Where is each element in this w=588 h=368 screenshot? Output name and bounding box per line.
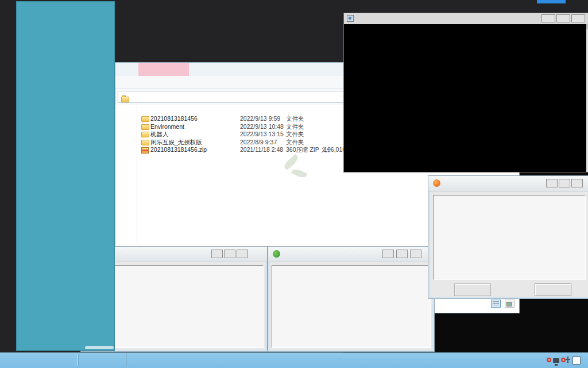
taskbar-separator	[78, 354, 78, 366]
maximize-button[interactable]	[396, 250, 408, 258]
file-date-modified: 2021/11/18 2:48	[240, 146, 285, 154]
muted-badge: ✕	[561, 358, 566, 362]
console-window-controls	[541, 14, 585, 22]
file-name: 机器人	[150, 131, 238, 139]
console-titlebar[interactable]	[344, 13, 588, 24]
file-date-modified: 2022/9/13 10:48	[240, 123, 285, 131]
console-output	[347, 28, 584, 170]
close-button[interactable]	[410, 250, 421, 258]
desktop: 20210813181456 2022/9/13 9:59 文件夹 Enviro…	[0, 0, 588, 368]
file-type-icon	[141, 124, 149, 130]
file-type: 文件夹	[286, 131, 328, 139]
horizontal-scrollbar-thumb[interactable]	[85, 346, 114, 349]
contextual-tab-compressed-tools[interactable]	[138, 63, 189, 76]
console-app-icon	[347, 15, 354, 22]
coordination-server-window	[268, 246, 435, 352]
minimize-button[interactable]	[382, 250, 394, 258]
file-name: 闲乐互娱_无授权版	[150, 139, 238, 147]
file-type-icon	[141, 132, 149, 137]
console-window	[343, 13, 588, 172]
file-type: 文件夹	[286, 139, 328, 147]
maximize-button[interactable]	[559, 179, 570, 187]
file-type-icon	[141, 147, 149, 154]
minimize-button[interactable]	[541, 14, 555, 22]
file-type-icon	[141, 140, 149, 145]
thumbnails-view-button[interactable]	[505, 300, 514, 308]
club-server-icon	[433, 179, 440, 187]
start-service-button[interactable]	[454, 283, 491, 296]
network-icon[interactable]	[553, 357, 559, 364]
file-type-icon	[141, 116, 149, 122]
room-list-panel	[16, 1, 115, 351]
coordination-server-titlebar[interactable]	[268, 247, 434, 262]
coordination-server-icon	[273, 250, 280, 258]
file-date-modified: 2022/8/9 9:37	[240, 139, 285, 147]
stop-service-button[interactable]	[535, 283, 571, 296]
ime-status-indicator[interactable]	[345, 161, 349, 162]
system-tray: ✕ ✕	[545, 352, 587, 368]
input-indicator-icon[interactable]	[567, 356, 568, 364]
file-name: 20210813181456.zip	[150, 146, 238, 154]
file-date-modified: 2022/9/13 13:15	[240, 131, 285, 139]
club-server-window	[428, 175, 588, 299]
club-server-titlebar[interactable]	[428, 176, 588, 191]
close-button[interactable]	[571, 179, 583, 187]
details-view-button[interactable]	[491, 300, 501, 308]
close-button[interactable]	[237, 250, 248, 258]
maximize-button[interactable]	[224, 250, 235, 258]
error-badge: ✕	[547, 358, 551, 362]
close-button[interactable]	[571, 14, 585, 22]
file-date-modified: 2022/9/13 9:59	[240, 115, 285, 123]
taskbar: ✕ ✕	[0, 352, 588, 368]
coordination-server-log	[272, 265, 431, 348]
file-name: Environment	[150, 123, 238, 131]
club-server-log	[433, 195, 586, 280]
maximize-button[interactable]	[556, 14, 570, 22]
folder-icon	[121, 97, 129, 102]
ime-language-badge[interactable]	[572, 356, 581, 365]
minimize-button[interactable]	[546, 179, 558, 187]
minimize-button[interactable]	[211, 250, 223, 258]
window-fragment-top-right	[537, 0, 566, 3]
file-name: 20210813181456	[150, 115, 238, 123]
taskbar-separator	[126, 354, 126, 366]
file-type: 文件夹	[286, 115, 328, 123]
file-type: 文件夹	[286, 123, 328, 131]
